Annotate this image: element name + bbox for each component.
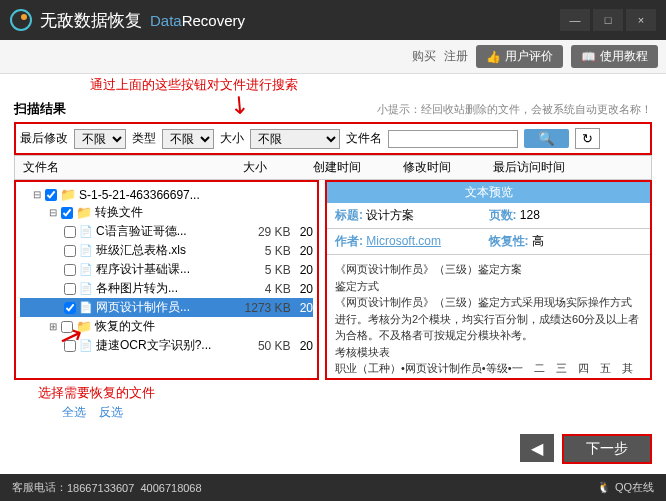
footer: 客服电话： 18667133607 4006718068 🐧 QQ在线: [0, 474, 666, 501]
col-size[interactable]: 大小: [239, 159, 309, 176]
close-button[interactable]: ×: [626, 9, 656, 31]
app-logo-icon: [10, 9, 32, 31]
tree-folder[interactable]: ⊟ 📁 转换文件: [20, 203, 313, 222]
folder-icon: 📁: [60, 187, 76, 202]
qq-icon: 🐧: [597, 481, 611, 494]
back-button[interactable]: ◀: [520, 434, 554, 462]
topic-label: 标题:: [335, 208, 363, 222]
file-icon: 📄: [79, 282, 93, 295]
register-link[interactable]: 注册: [444, 48, 468, 65]
app-title-en1: Data: [150, 12, 182, 29]
tutorial-button[interactable]: 📖使用教程: [571, 45, 658, 68]
pages-value: 128: [520, 208, 540, 222]
author-value[interactable]: Microsoft.com: [366, 234, 441, 248]
pages-label: 页数:: [489, 208, 517, 222]
next-button[interactable]: 下一步: [562, 434, 652, 464]
filter-bar: 最后修改 不限 类型 不限 大小 不限 文件名 🔍 ↻: [14, 122, 652, 155]
filter-lastmod-select[interactable]: 不限: [74, 129, 126, 149]
topic-value: 设计方案: [366, 208, 414, 222]
maximize-button[interactable]: □: [593, 9, 623, 31]
annotation-left: 选择需要恢复的文件: [14, 380, 652, 402]
author-label: 作者:: [335, 234, 363, 248]
filter-type-select[interactable]: 不限: [162, 129, 214, 149]
select-invert-link[interactable]: 反选: [99, 405, 123, 419]
checkbox[interactable]: [64, 264, 76, 276]
tree-root[interactable]: ⊟ 📁 S-1-5-21-463366697...: [20, 186, 313, 203]
col-created[interactable]: 创建时间: [309, 159, 399, 176]
filter-size-label: 大小: [220, 130, 244, 147]
rating-button[interactable]: 👍用户评价: [476, 45, 563, 68]
book-icon: 📖: [581, 50, 596, 64]
file-icon: 📄: [79, 225, 93, 238]
minimize-button[interactable]: —: [560, 9, 590, 31]
expander-icon[interactable]: ⊟: [32, 189, 42, 200]
file-icon: 📄: [79, 244, 93, 257]
file-icon: 📄: [79, 301, 93, 314]
checkbox[interactable]: [45, 189, 57, 201]
file-icon: 📄: [79, 263, 93, 276]
preview-title: 文本预览: [327, 182, 650, 203]
phone2: 4006718068: [140, 482, 201, 494]
search-button[interactable]: 🔍: [524, 129, 569, 148]
col-modified[interactable]: 修改时间: [399, 159, 489, 176]
hotline-label: 客服电话：: [12, 480, 67, 495]
toolbar: 购买 注册 👍用户评价 📖使用教程: [0, 40, 666, 74]
tree-file[interactable]: 📄C语言验证哥德...29 KB20: [20, 222, 313, 241]
buy-link[interactable]: 购买: [412, 48, 436, 65]
tree-file[interactable]: 📄程序设计基础课...5 KB20: [20, 260, 313, 279]
checkbox[interactable]: [64, 283, 76, 295]
filter-lastmod-label: 最后修改: [20, 130, 68, 147]
table-header: 文件名 大小 创建时间 修改时间 最后访问时间: [14, 155, 652, 180]
recover-value: 高: [532, 234, 544, 248]
tree-file-selected[interactable]: 📄网页设计制作员...1273 KB20: [20, 298, 313, 317]
recover-label: 恢复性:: [489, 234, 529, 248]
expander-icon[interactable]: ⊟: [48, 207, 58, 218]
qq-online[interactable]: 🐧 QQ在线: [597, 480, 654, 495]
preview-body: 《网页设计制作员》（三级）鉴定方案 鉴定方式 《网页设计制作员》（三级）鉴定方式…: [327, 255, 650, 378]
col-accessed[interactable]: 最后访问时间: [489, 159, 569, 176]
filter-type-label: 类型: [132, 130, 156, 147]
preview-panel: 文本预览 标题: 设计方案 页数: 128 作者: Microsoft.com …: [325, 180, 652, 380]
folder-icon: 📁: [76, 205, 92, 220]
checkbox[interactable]: [61, 207, 73, 219]
tree-file[interactable]: 📄各种图片转为...4 KB20: [20, 279, 313, 298]
phone1: 18667133607: [67, 482, 134, 494]
annotation-top: 通过上面的这些按钮对文件进行搜索 ↘: [0, 74, 666, 96]
app-title-cn: 无敌数据恢复: [40, 9, 142, 32]
titlebar: 无敌数据恢复 DataRecovery — □ ×: [0, 0, 666, 40]
tree-file[interactable]: 📄班级汇总表格.xls5 KB20: [20, 241, 313, 260]
filter-filename-input[interactable]: [388, 130, 518, 148]
refresh-button[interactable]: ↻: [575, 128, 600, 149]
app-title-en2: Recovery: [182, 12, 245, 29]
thumb-icon: 👍: [486, 50, 501, 64]
checkbox[interactable]: [64, 226, 76, 238]
section-title: 扫描结果: [14, 100, 66, 118]
col-name[interactable]: 文件名: [19, 159, 239, 176]
checkbox[interactable]: [64, 245, 76, 257]
select-all-link[interactable]: 全选: [62, 405, 86, 419]
checkbox[interactable]: [64, 302, 76, 314]
filter-size-select[interactable]: 不限: [250, 129, 340, 149]
filter-filename-label: 文件名: [346, 130, 382, 147]
expander-icon[interactable]: ⊞: [48, 321, 58, 332]
tip-text: 小提示：经回收站删除的文件，会被系统自动更改名称！: [377, 102, 652, 117]
